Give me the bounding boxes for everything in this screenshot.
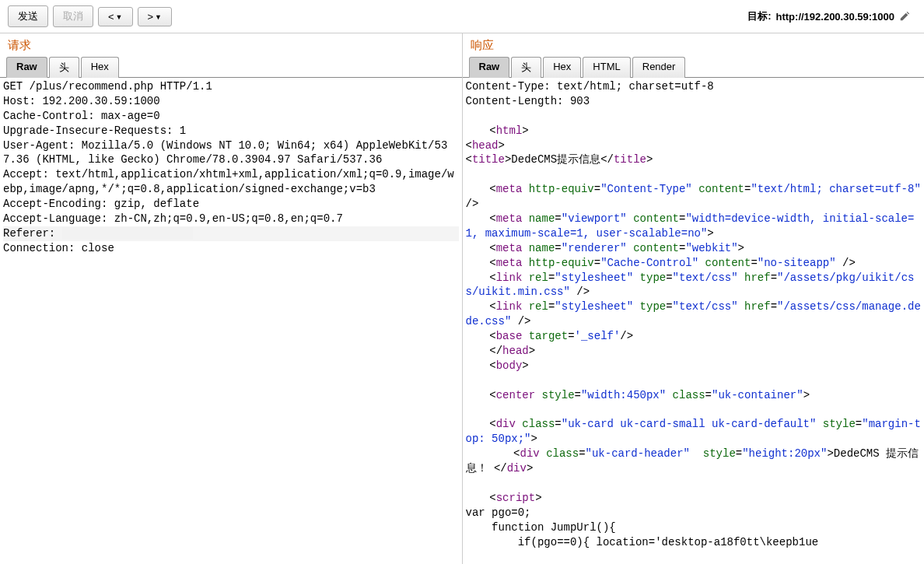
request-title: 请求	[0, 33, 462, 56]
tab-html[interactable]: HTML	[583, 57, 630, 78]
chevron-down-icon: ▼	[155, 13, 162, 21]
response-panel: 响应 Raw 头 Hex HTML Render Content-Type: t…	[463, 33, 925, 564]
request-tabs: Raw 头 Hex	[0, 56, 462, 78]
cancel-button[interactable]: 取消	[53, 5, 93, 27]
response-tabs: Raw 头 Hex HTML Render	[463, 56, 925, 78]
tab-raw[interactable]: Raw	[469, 57, 510, 78]
target-display: 目标: http://192.200.30.59:1000	[747, 9, 916, 23]
edit-icon[interactable]	[899, 11, 910, 22]
tab-render[interactable]: Render	[632, 57, 686, 78]
tab-raw[interactable]: Raw	[6, 57, 47, 78]
tab-hex[interactable]: Hex	[543, 57, 581, 78]
toolbar: 发送 取消 <▼ >▼ 目标: http://192.200.30.59:100…	[0, 0, 924, 33]
request-content[interactable]: GET /plus/recommend.php HTTP/1.1 Host: 1…	[0, 78, 462, 564]
response-content[interactable]: Content-Type: text/html; charset=utf-8 C…	[463, 78, 925, 564]
next-button[interactable]: >▼	[138, 7, 173, 26]
tab-headers[interactable]: 头	[511, 57, 541, 78]
send-button[interactable]: 发送	[8, 5, 48, 27]
tab-hex[interactable]: Hex	[81, 57, 119, 78]
request-panel: 请求 Raw 头 Hex GET /plus/recommend.php HTT…	[0, 33, 463, 564]
panels: 请求 Raw 头 Hex GET /plus/recommend.php HTT…	[0, 33, 924, 564]
prev-button[interactable]: <▼	[98, 7, 133, 26]
chevron-down-icon: ▼	[116, 13, 123, 21]
response-title: 响应	[463, 33, 925, 56]
target-url: http://192.200.30.59:1000	[776, 11, 894, 23]
tab-headers[interactable]: 头	[49, 57, 79, 78]
target-label: 目标:	[747, 9, 771, 23]
